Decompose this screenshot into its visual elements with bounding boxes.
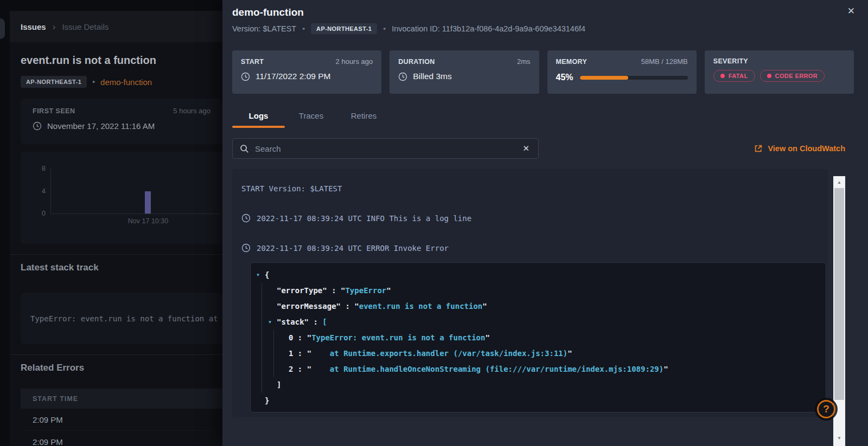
tabs: LogsTracesRetires <box>232 107 868 128</box>
json-line: 0 : "TypeError: event.run is not a funct… <box>251 330 826 346</box>
json-line: ▾{ <box>251 267 826 283</box>
sidebar-top-strip <box>10 0 222 11</box>
json-punctuation: } <box>265 396 269 405</box>
first-seen-label: FIRST SEEN <box>33 107 75 115</box>
json-punctuation: "errorType" : " <box>277 286 345 295</box>
json-punctuation: " <box>485 333 489 342</box>
scroll-up-icon[interactable]: ▲ <box>833 177 845 187</box>
json-punctuation: 0 : " <box>289 333 311 342</box>
severity-badge-label: FATAL <box>729 73 748 79</box>
duration-card: DURATION 2ms Billed 3ms <box>390 50 539 94</box>
json-error-viewer: ▾{"errorType" : "TypeError""errorMessage… <box>250 262 826 412</box>
section-divider <box>10 254 222 255</box>
json-string-value: TypeError: event.run is not a function <box>311 333 485 342</box>
status-dot-icon <box>767 74 771 78</box>
json-line: ] <box>251 377 826 393</box>
severity-card: SEVERITY FATALCODE ERROR <box>705 50 854 94</box>
stack-track-heading: Latest stack track <box>21 262 212 273</box>
search-input[interactable] <box>255 144 521 153</box>
json-string-value: at Runtime.handleOnceNonStreaming (file:… <box>311 365 663 373</box>
clock-icon <box>241 243 251 253</box>
json-punctuation: " <box>386 286 391 295</box>
clock-icon <box>241 72 250 81</box>
clear-search-icon[interactable]: ✕ <box>521 144 531 153</box>
chart-x-axis <box>50 214 220 214</box>
breadcrumb: Issues › Issue Details <box>10 11 222 42</box>
table-row[interactable]: 2:09 PM <box>21 431 222 446</box>
related-errors-table: START TIME 2:09 PM2:09 PM <box>21 389 222 446</box>
vertical-scrollbar[interactable]: ▲ ▼ <box>833 176 845 446</box>
section-divider <box>10 354 222 355</box>
log-line-text: 2022-11-17 08:39:24 UTC INFO This is a l… <box>257 214 471 223</box>
json-line: } <box>251 393 826 409</box>
chart-y-axis <box>50 169 51 214</box>
nav-rail-active-pill[interactable] <box>0 18 5 39</box>
log-line: START Version: $LATEST <box>241 184 819 193</box>
start-label: START <box>241 58 264 66</box>
related-errors-heading: Related Errors <box>21 363 212 373</box>
json-punctuation: " <box>663 365 668 373</box>
invocation-id: Invocation ID: 11f3b12a-f086-4a2d-9a9a-6… <box>392 24 585 33</box>
breadcrumb-issues-link[interactable]: Issues <box>21 22 46 31</box>
view-on-cloudwatch-link[interactable]: View on CloudWatch <box>754 144 845 153</box>
chevron-right-icon: › <box>53 22 56 31</box>
json-punctuation: [ <box>322 318 327 326</box>
memory-label: MEMORY <box>556 58 588 66</box>
json-string-value: event.run is not a function <box>359 302 483 311</box>
panel-title: demo-function <box>232 7 855 18</box>
stat-cards-row: START 2 hours ago 11/17/2022 2:09 PM DUR… <box>232 50 854 94</box>
log-search-box[interactable]: ✕ <box>232 138 539 159</box>
json-line: ▾"stack" : [ <box>251 314 826 330</box>
log-line-text: 2022-11-17 08:39:24 UTC ERROR Invoke Err… <box>257 244 449 253</box>
first-seen-datetime: November 17, 2022 11:16 AM <box>47 121 155 131</box>
memory-percent: 45% <box>556 73 573 82</box>
collapse-caret-icon[interactable]: ▾ <box>268 314 272 330</box>
log-line: 2022-11-17 08:39:24 UTC INFO This is a l… <box>241 214 819 223</box>
start-card: START 2 hours ago 11/17/2022 2:09 PM <box>232 50 381 94</box>
log-lines: START Version: $LATEST2022-11-17 08:39:2… <box>241 184 819 253</box>
json-line: 2 : " at Runtime.handleOnceNonStreaming … <box>251 361 826 377</box>
json-punctuation: { <box>265 270 269 279</box>
duration-ms: 2ms <box>517 57 531 66</box>
log-line-text: START Version: $LATEST <box>241 184 342 193</box>
clock-icon <box>241 214 251 223</box>
panel-meta-row: Version: $LATEST • AP-NORTHEAST-1 • Invo… <box>232 23 855 34</box>
log-viewer[interactable]: START Version: $LATEST2022-11-17 08:39:2… <box>232 169 828 417</box>
search-row: ✕ View on CloudWatch <box>232 138 854 159</box>
bullet-separator: • <box>383 24 386 33</box>
region-badge: AP-NORTHEAST-1 <box>21 76 87 88</box>
collapse-caret-icon[interactable]: ▾ <box>256 267 260 283</box>
tab-retires[interactable]: Retires <box>337 107 390 128</box>
severity-badge: CODE ERROR <box>760 70 825 82</box>
table-row[interactable]: 2:09 PM <box>21 409 222 431</box>
json-punctuation: " <box>482 302 487 311</box>
stack-trace-preview: TypeError: event.run is not a function a… <box>21 293 222 344</box>
tab-logs[interactable]: Logs <box>232 107 285 128</box>
y-tick-label: 8 <box>21 164 46 172</box>
first-seen-card: FIRST SEEN 5 hours ago November 17, 2022… <box>21 99 222 144</box>
scrollbar-thumb[interactable] <box>834 188 844 400</box>
function-link[interactable]: demo-function <box>100 77 152 87</box>
json-lines: ▾{"errorType" : "TypeError""errorMessage… <box>251 267 826 409</box>
json-line: 1 : " at Runtime.exports.handler (/var/t… <box>251 346 826 361</box>
external-link-icon <box>754 144 763 153</box>
start-relative: 2 hours ago <box>336 57 373 66</box>
json-string-value: at Runtime.exports.handler (/var/task/in… <box>311 349 567 358</box>
table-header-start-time: START TIME <box>21 389 222 409</box>
scroll-down-icon[interactable]: ▼ <box>833 433 845 443</box>
tab-traces[interactable]: Traces <box>285 107 337 128</box>
memory-progress-fill <box>580 76 629 80</box>
start-value: 11/17/2022 2:09 PM <box>256 72 330 81</box>
help-icon[interactable]: ? <box>817 400 835 418</box>
close-icon[interactable]: ✕ <box>847 5 855 17</box>
region-badge: AP-NORTHEAST-1 <box>311 23 377 34</box>
function-detail-panel: demo-function ✕ Version: $LATEST • AP-NO… <box>222 0 868 446</box>
related-rows: 2:09 PM2:09 PM <box>21 409 222 446</box>
y-tick-label: 4 <box>21 187 46 195</box>
bullet-separator: • <box>92 77 95 86</box>
severity-badge: FATAL <box>713 70 755 82</box>
y-tick-label: 0 <box>21 209 46 217</box>
first-seen-relative: 5 hours ago <box>173 107 210 115</box>
issue-frequency-chart: 840Nov 17 10:30 <box>21 152 222 244</box>
chart-bar[interactable] <box>145 191 151 214</box>
